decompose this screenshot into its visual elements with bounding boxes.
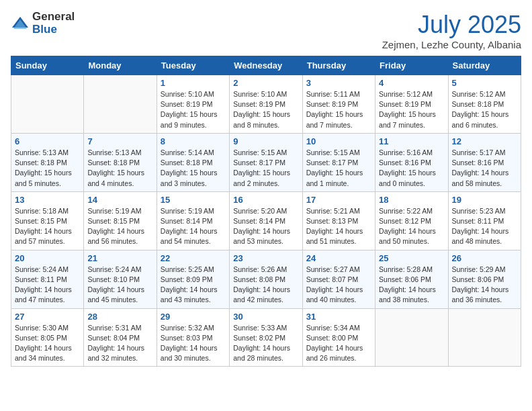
logo: General Blue: [11, 11, 75, 36]
sunset-text: Sunset: 8:19 PM: [306, 99, 371, 109]
sunset-text: Sunset: 8:11 PM: [15, 275, 80, 285]
daylight-text: Daylight: 15 hours and 3 minutes.: [161, 168, 226, 188]
calendar-cell: 27Sunrise: 5:30 AMSunset: 8:05 PMDayligh…: [11, 308, 84, 367]
daylight-text: Daylight: 15 hours and 7 minutes.: [379, 109, 444, 130]
sunset-text: Sunset: 8:10 PM: [87, 275, 152, 285]
day-info: Sunrise: 5:24 AMSunset: 8:11 PMDaylight:…: [15, 265, 80, 306]
daylight-text: Daylight: 14 hours and 56 minutes.: [87, 226, 152, 246]
weekday-header-row: SundayMondayTuesdayWednesdayThursdayFrid…: [11, 56, 521, 75]
daylight-text: Daylight: 15 hours and 4 minutes.: [87, 168, 152, 188]
day-info: Sunrise: 5:20 AMSunset: 8:14 PMDaylight:…: [233, 206, 298, 247]
day-number: 7: [87, 136, 152, 146]
calendar-cell: 14Sunrise: 5:19 AMSunset: 8:15 PMDayligh…: [84, 191, 157, 250]
day-info: Sunrise: 5:12 AMSunset: 8:19 PMDaylight:…: [379, 89, 444, 130]
sunset-text: Sunset: 8:15 PM: [15, 216, 80, 226]
day-info: Sunrise: 5:26 AMSunset: 8:08 PMDaylight:…: [233, 265, 298, 306]
day-info: Sunrise: 5:11 AMSunset: 8:19 PMDaylight:…: [306, 89, 371, 130]
calendar: SundayMondayTuesdayWednesdayThursdayFrid…: [11, 56, 521, 367]
sunrise-text: Sunrise: 5:22 AM: [379, 206, 444, 216]
calendar-week-row: 20Sunrise: 5:24 AMSunset: 8:11 PMDayligh…: [11, 250, 521, 308]
day-number: 18: [379, 195, 444, 205]
calendar-cell: 31Sunrise: 5:34 AMSunset: 8:00 PMDayligh…: [302, 308, 375, 367]
weekday-header: Sunday: [11, 56, 84, 75]
logo-general: General: [32, 11, 75, 24]
calendar-cell: 7Sunrise: 5:13 AMSunset: 8:18 PMDaylight…: [84, 133, 157, 191]
daylight-text: Daylight: 14 hours and 54 minutes.: [161, 226, 226, 246]
day-info: Sunrise: 5:15 AMSunset: 8:17 PMDaylight:…: [306, 148, 371, 189]
daylight-text: Daylight: 15 hours and 9 minutes.: [161, 109, 226, 130]
calendar-week-row: 1Sunrise: 5:10 AMSunset: 8:19 PMDaylight…: [11, 75, 521, 134]
day-number: 2: [233, 78, 298, 88]
calendar-cell: 22Sunrise: 5:25 AMSunset: 8:09 PMDayligh…: [157, 250, 229, 308]
day-info: Sunrise: 5:10 AMSunset: 8:19 PMDaylight:…: [233, 89, 298, 130]
day-number: 20: [15, 253, 80, 263]
calendar-cell: 11Sunrise: 5:16 AMSunset: 8:16 PMDayligh…: [375, 133, 448, 191]
sunset-text: Sunset: 8:17 PM: [306, 158, 371, 168]
sunrise-text: Sunrise: 5:10 AM: [233, 89, 298, 99]
calendar-cell: 2Sunrise: 5:10 AMSunset: 8:19 PMDaylight…: [230, 75, 302, 134]
daylight-text: Daylight: 15 hours and 0 minutes.: [379, 168, 444, 188]
sunrise-text: Sunrise: 5:18 AM: [15, 206, 80, 216]
weekday-header: Wednesday: [230, 56, 302, 75]
sunset-text: Sunset: 8:12 PM: [379, 216, 444, 226]
daylight-text: Daylight: 14 hours and 47 minutes.: [15, 285, 80, 305]
daylight-text: Daylight: 14 hours and 51 minutes.: [306, 226, 371, 246]
calendar-cell: 30Sunrise: 5:33 AMSunset: 8:02 PMDayligh…: [230, 308, 302, 367]
calendar-cell: 4Sunrise: 5:12 AMSunset: 8:19 PMDaylight…: [375, 75, 448, 134]
calendar-cell: 21Sunrise: 5:24 AMSunset: 8:10 PMDayligh…: [84, 250, 157, 308]
weekday-header: Friday: [375, 56, 448, 75]
daylight-text: Daylight: 15 hours and 6 minutes.: [452, 109, 517, 130]
day-number: 30: [233, 312, 298, 322]
day-number: 1: [161, 78, 226, 88]
sunrise-text: Sunrise: 5:16 AM: [379, 148, 444, 158]
daylight-text: Daylight: 14 hours and 48 minutes.: [452, 226, 517, 246]
calendar-cell: 20Sunrise: 5:24 AMSunset: 8:11 PMDayligh…: [11, 250, 84, 308]
logo-icon: [11, 14, 30, 33]
sunrise-text: Sunrise: 5:24 AM: [15, 265, 80, 275]
weekday-header: Monday: [84, 56, 157, 75]
calendar-cell: 6Sunrise: 5:13 AMSunset: 8:18 PMDaylight…: [11, 133, 84, 191]
day-info: Sunrise: 5:14 AMSunset: 8:18 PMDaylight:…: [161, 148, 226, 189]
sunrise-text: Sunrise: 5:17 AM: [452, 148, 517, 158]
sunset-text: Sunset: 8:19 PM: [379, 99, 444, 109]
sunrise-text: Sunrise: 5:21 AM: [306, 206, 371, 216]
sunset-text: Sunset: 8:13 PM: [306, 216, 371, 226]
day-info: Sunrise: 5:23 AMSunset: 8:11 PMDaylight:…: [452, 206, 517, 247]
day-number: 22: [161, 253, 226, 263]
calendar-cell: 18Sunrise: 5:22 AMSunset: 8:12 PMDayligh…: [375, 191, 448, 250]
day-info: Sunrise: 5:32 AMSunset: 8:03 PMDaylight:…: [161, 323, 226, 364]
day-number: 19: [452, 195, 517, 205]
sunset-text: Sunset: 8:18 PM: [87, 158, 152, 168]
sunrise-text: Sunrise: 5:13 AM: [87, 148, 152, 158]
calendar-cell: 13Sunrise: 5:18 AMSunset: 8:15 PMDayligh…: [11, 191, 84, 250]
day-number: 14: [87, 195, 152, 205]
sunrise-text: Sunrise: 5:19 AM: [161, 206, 226, 216]
calendar-cell: 1Sunrise: 5:10 AMSunset: 8:19 PMDaylight…: [157, 75, 229, 134]
day-number: 9: [233, 136, 298, 146]
day-number: 24: [306, 253, 371, 263]
day-number: 4: [379, 78, 444, 88]
sunset-text: Sunset: 8:14 PM: [161, 216, 226, 226]
day-info: Sunrise: 5:31 AMSunset: 8:04 PMDaylight:…: [87, 323, 152, 364]
daylight-text: Daylight: 14 hours and 45 minutes.: [87, 285, 152, 305]
sunrise-text: Sunrise: 5:15 AM: [306, 148, 371, 158]
weekday-header: Saturday: [448, 56, 521, 75]
daylight-text: Daylight: 15 hours and 8 minutes.: [233, 109, 298, 130]
sunset-text: Sunset: 8:07 PM: [306, 275, 371, 285]
sunset-text: Sunset: 8:05 PM: [15, 333, 80, 343]
sunset-text: Sunset: 8:06 PM: [452, 275, 517, 285]
calendar-cell: 28Sunrise: 5:31 AMSunset: 8:04 PMDayligh…: [84, 308, 157, 367]
sunrise-text: Sunrise: 5:10 AM: [161, 89, 226, 99]
sunrise-text: Sunrise: 5:32 AM: [161, 323, 226, 333]
daylight-text: Daylight: 14 hours and 43 minutes.: [161, 285, 226, 305]
calendar-cell: 17Sunrise: 5:21 AMSunset: 8:13 PMDayligh…: [302, 191, 375, 250]
calendar-cell: 3Sunrise: 5:11 AMSunset: 8:19 PMDaylight…: [302, 75, 375, 134]
daylight-text: Daylight: 14 hours and 42 minutes.: [233, 285, 298, 305]
day-number: 23: [233, 253, 298, 263]
sunrise-text: Sunrise: 5:15 AM: [233, 148, 298, 158]
daylight-text: Daylight: 15 hours and 7 minutes.: [306, 109, 371, 130]
logo-text: General Blue: [32, 11, 75, 36]
logo-blue: Blue: [32, 24, 75, 36]
calendar-cell: 23Sunrise: 5:26 AMSunset: 8:08 PMDayligh…: [230, 250, 302, 308]
sunset-text: Sunset: 8:18 PM: [452, 99, 517, 109]
